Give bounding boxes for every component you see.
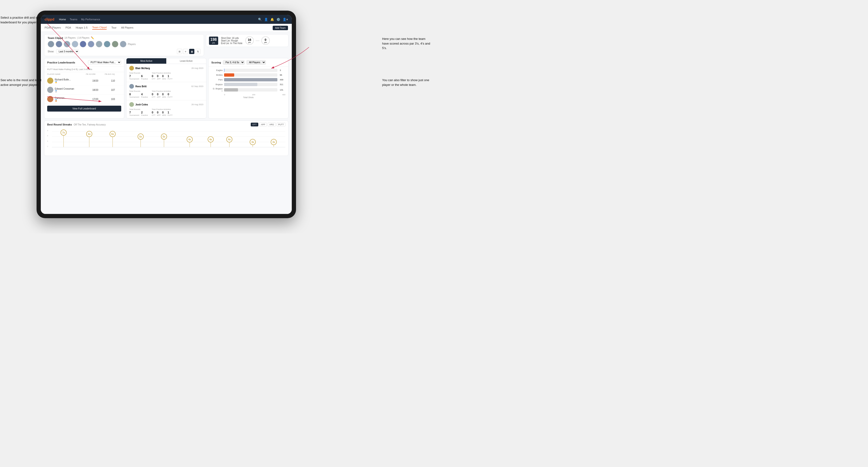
pa-header-2: Rees Britt 02 Sep 2023 [129,84,203,89]
bar-track-pars [224,78,277,81]
card-view-icon[interactable]: ▦ [189,49,194,54]
subnav-pgat[interactable]: PGAT Players [44,26,61,30]
player-avatar-5[interactable] [80,41,86,48]
player-avatar-3[interactable] [64,41,70,48]
subnav-tour[interactable]: Tour [111,26,116,30]
drill-select[interactable]: PUTT Must Make Putt... [88,60,121,65]
nav-home[interactable]: Home [59,18,66,21]
lb-row-1: Richard Butle... 🥇 19/20 110 [44,76,124,85]
activity-tabs: Most Active Least Active [126,58,206,64]
pa-activities-3: Total Practice Activities 0 OTT 0 APP [152,108,173,116]
practice-leaderboard-card: Practice Leaderboards PUTT Must Make Put… [44,58,124,119]
team-edit-icon[interactable]: ✏️ [91,36,94,39]
bar-fill-pars [224,78,277,81]
bar-bogeys: Bogeys 311 [211,83,285,86]
grid-view-icon[interactable]: ⊞ [177,49,182,54]
svg-text:5x: 5x [140,135,142,138]
add-team-button[interactable]: Add Team [273,26,288,30]
pa-name-3: Josh Coles [129,102,148,107]
players-label: Players [128,43,135,45]
player-avatar-8[interactable] [104,41,111,48]
scoring-card: Scoring Par 3, 4 & 5s All Players Eagles [208,58,288,119]
end-lie: End Lie: In The Hole [221,42,243,44]
pa-practice-label-1: Practice [141,78,148,80]
nav-teams[interactable]: Teams [70,18,78,21]
pa-putt-2: 0 [168,93,173,96]
scoring-filter-2[interactable]: All Players [247,60,266,65]
pa-header-3: Josh Coles 26 Aug 2023 [129,102,203,107]
shot-circle-1-num: 16 [248,38,251,41]
subnav-all-players[interactable]: All Players [121,26,133,30]
streak-btn-putt[interactable]: PUTT [277,123,286,126]
lb-name-2: Edward Crossman [55,88,74,90]
bar-track-birdies [224,73,277,76]
pa-avatar-2 [129,84,134,89]
bar-val-pars: 499 [280,79,285,81]
bell-icon[interactable]: 🔔 [270,18,274,21]
bar-label-birdies: Birdies [211,74,223,76]
player-activity-1: Blair McHarg 26 Aug 2023 Total Rounds 7 [126,64,206,82]
pa-tournament-2: 8 [129,93,139,96]
pa-arg-1: 0 [162,74,166,78]
team-count-val: | 14 Players [77,36,89,39]
svg-text:4x: 4x [188,138,191,141]
shot-dist-box: 198 yds [209,36,218,45]
streak-y8: 8 [47,130,52,131]
pa-ott-2: 0 [152,93,155,96]
person-icon[interactable]: 👤 [264,18,268,21]
lb-player-2: Edward Crossman 🥈 [47,87,86,93]
player-avatar-4[interactable] [72,41,78,48]
scoring-filter-1[interactable]: Par 3, 4 & 5s [223,60,245,65]
show-select[interactable]: Last 3 months Last 6 months Last year [56,49,79,54]
subnav-right: Add Team [273,26,288,30]
streak-btn-app[interactable]: APP [259,123,267,126]
streak-btn-arg[interactable]: ARG [268,123,276,126]
pa-practice-3: 2 [141,111,148,114]
lb-avg-2: 107 [105,89,121,91]
pa-player-name-1: Blair McHarg [135,67,150,69]
lb-avg-1: 110 [105,80,121,82]
pa-total-rounds-2: Total Rounds 8 Tournament 4 Practice [129,90,148,98]
subnav-team-clippd[interactable]: Team Clippd [92,26,106,30]
view-leaderboard-button[interactable]: View Full Leaderboard [47,106,121,112]
pa-ott-1: 0 [152,74,155,78]
bar-dbogeys: D. Bogeys + 131 [211,88,285,92]
annotation-top-right: Here you can see how the team have score… [382,36,432,51]
subnav: PGAT Players PGA Hcaps 1-5 Team Clippd T… [41,24,292,32]
annotation-bottom-left: See who is the most and least active amo… [0,78,48,87]
lb-col-player: PLAYER NAME [47,73,86,75]
pa-date-1: 26 Aug 2023 [191,67,203,69]
lb-avatar-3 [47,96,53,102]
lb-header: PLAYER NAME PB SCORE PB AVG SQ [44,72,124,76]
team-count: 14 Players [64,36,75,39]
player-avatar-9[interactable] [112,41,118,48]
nav-performance[interactable]: My Performance [81,18,100,21]
player-avatar-2[interactable] [56,41,62,48]
annotation-top-left: Select a practice drill and see the lead… [0,15,48,25]
show-label: Show: [48,50,54,53]
pa-app-2: 0 [157,93,161,96]
pa-stats-1: Total Rounds 7 Tournament 6 Practice [129,72,203,80]
chart-xaxis: 0 200 400 [211,94,285,96]
settings-icon[interactable]: ⚙️ [276,18,280,21]
streaks-title: Best Round Streaks [47,123,72,126]
streak-btn-ott[interactable]: OTT [251,123,258,126]
player-activity-2: Rees Britt 02 Sep 2023 Total Rounds 8 [126,82,206,100]
filter-icon[interactable]: ⇅ [195,49,200,54]
subnav-hcaps[interactable]: Hcaps 1-5 [76,26,88,30]
user-avatar-icon[interactable]: 👤▾ [283,18,288,21]
chart-xlabel: Total Shots [211,96,285,99]
player-avatar-1[interactable] [48,41,54,48]
svg-text:3x: 3x [251,141,254,144]
subnav-pga[interactable]: PGA [66,26,71,30]
search-icon[interactable]: 🔍 [258,18,262,21]
pa-total-rounds-1: Total Rounds 7 Tournament 6 Practice [129,72,148,80]
least-active-tab[interactable]: Least Active [166,58,206,64]
list-view-icon[interactable]: ≡ [183,49,188,54]
player-avatar-7[interactable] [96,41,102,48]
most-active-tab[interactable]: Most Active [126,58,166,64]
player-avatar-6[interactable] [88,41,94,48]
player-avatar-10[interactable] [120,41,126,48]
bar-label-bogeys: Bogeys [211,83,223,86]
team-header-card: Team Clippd 14 Players | 14 Players ✏️ [44,34,204,56]
